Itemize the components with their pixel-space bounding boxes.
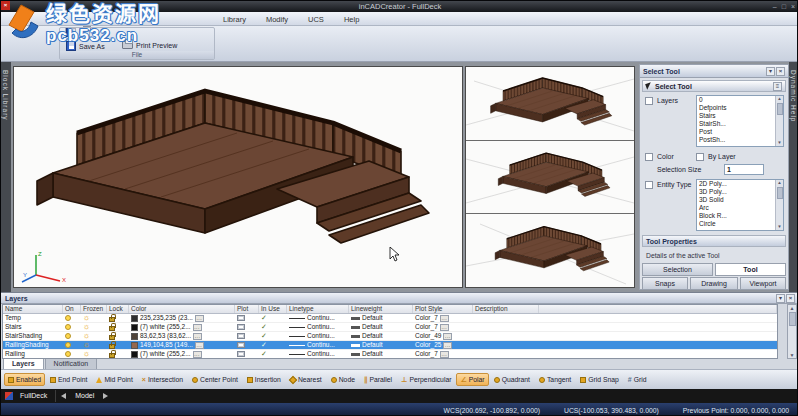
layers-filter-checkbox[interactable] bbox=[645, 97, 653, 105]
color-picker-button[interactable]: ... bbox=[193, 333, 202, 340]
layer-lock-icon[interactable] bbox=[109, 317, 115, 322]
thumbnail-view-2[interactable] bbox=[466, 141, 634, 215]
save-as-button[interactable]: Save As bbox=[66, 41, 105, 51]
ribbon-tab-help[interactable]: Help bbox=[336, 13, 367, 25]
snap-intersection[interactable]: Intersection bbox=[138, 373, 187, 386]
ribbon-tab-ucs[interactable]: UCS bbox=[300, 13, 332, 25]
table-row-selected[interactable]: RailingShading 149,104,85 (149...... Con… bbox=[3, 341, 777, 350]
color-picker-button[interactable]: ... bbox=[193, 324, 202, 331]
color-picker-button[interactable]: ... bbox=[195, 315, 204, 322]
selection-size-input[interactable]: 1 bbox=[724, 164, 764, 175]
color-picker-button[interactable]: ... bbox=[195, 342, 204, 349]
snap-grid-snap[interactable]: Grid Snap bbox=[576, 373, 623, 386]
snap-quadrant[interactable]: Quadrant bbox=[490, 373, 534, 386]
entity-type-listbox[interactable]: 2D Poly... 3D Poly... 3D Solid Arc Block… bbox=[696, 179, 784, 231]
layer-freeze-icon[interactable] bbox=[83, 323, 90, 331]
list-item[interactable]: Stairs bbox=[697, 112, 783, 120]
color-picker-button[interactable]: ... bbox=[193, 351, 202, 358]
document-tab-fulldeck[interactable]: FullDeck bbox=[18, 390, 56, 402]
by-layer-checkbox[interactable] bbox=[696, 153, 704, 161]
list-item[interactable]: Arc bbox=[697, 204, 783, 212]
next-model-icon[interactable] bbox=[103, 393, 108, 399]
snap-mid-point[interactable]: Mid Point bbox=[92, 373, 136, 386]
layer-lock-icon[interactable] bbox=[109, 344, 115, 349]
layer-freeze-icon[interactable] bbox=[83, 350, 90, 358]
list-item[interactable]: 3D Poly... bbox=[697, 188, 783, 196]
color-swatch[interactable] bbox=[131, 315, 138, 322]
snap-parallel[interactable]: Parallel bbox=[360, 373, 396, 386]
layer-on-icon[interactable] bbox=[65, 315, 71, 321]
maximize-icon[interactable]: □ bbox=[782, 2, 786, 11]
table-row[interactable]: Stairs (7) white (255,2...... Continu...… bbox=[3, 323, 777, 332]
plot-icon[interactable] bbox=[237, 333, 245, 339]
layer-lock-icon[interactable] bbox=[109, 326, 115, 331]
layers-filter-listbox[interactable]: 0 Defpoints Stairs StairSh... Post PostS… bbox=[696, 95, 784, 147]
color-swatch[interactable] bbox=[131, 342, 138, 349]
layer-freeze-icon[interactable] bbox=[83, 314, 90, 322]
plot-icon[interactable] bbox=[237, 324, 245, 330]
thumbnail-view-1[interactable] bbox=[466, 67, 634, 141]
panel-pin-icon[interactable]: ▾ bbox=[766, 67, 775, 76]
list-item[interactable]: Circle bbox=[697, 220, 783, 228]
snap-polar[interactable]: Polar bbox=[456, 373, 488, 386]
tab-selection[interactable]: Selection bbox=[642, 263, 713, 276]
color-swatch[interactable] bbox=[131, 351, 138, 358]
layers-pin-icon[interactable]: ▾ bbox=[776, 294, 785, 303]
layer-on-icon[interactable] bbox=[65, 324, 71, 330]
tab-snaps[interactable]: Snaps bbox=[642, 277, 688, 290]
table-row[interactable]: StairShading 83,62,53 (83,62...... Conti… bbox=[3, 332, 777, 341]
prev-model-icon[interactable] bbox=[61, 393, 66, 399]
layer-lock-icon[interactable] bbox=[109, 353, 115, 358]
table-scrollbar[interactable]: ▲▼ bbox=[787, 304, 797, 359]
dock-tab-dynamic-help[interactable]: Dynamic Help bbox=[789, 62, 798, 292]
plot-style-button[interactable]: ... bbox=[440, 315, 449, 322]
listbox-scrollbar[interactable]: ▲▼ bbox=[775, 180, 783, 230]
layers-close-icon[interactable]: × bbox=[786, 294, 795, 303]
list-item[interactable]: Post bbox=[697, 128, 783, 136]
layer-lock-icon[interactable] bbox=[109, 335, 115, 340]
snap-center-point[interactable]: Center Point bbox=[188, 373, 242, 386]
snap-nearest[interactable]: Nearest bbox=[286, 373, 326, 386]
layer-on-icon[interactable] bbox=[65, 351, 71, 357]
plot-icon[interactable] bbox=[237, 342, 245, 348]
thumbnail-view-3[interactable] bbox=[466, 214, 634, 287]
snap-node[interactable]: Node bbox=[327, 373, 359, 386]
plot-style-button[interactable]: ... bbox=[443, 342, 452, 349]
snap-enabled[interactable]: Enabled bbox=[4, 373, 45, 386]
print-preview-button[interactable]: Print Preview bbox=[122, 41, 177, 49]
table-row[interactable]: Railing (7) white (255,2...... Continu..… bbox=[3, 350, 777, 359]
table-row[interactable]: Temp 235,235,235 (23...... Continu... De… bbox=[3, 314, 777, 323]
dock-tab-block-library[interactable]: Block Library bbox=[1, 62, 11, 292]
list-item[interactable]: Block R... bbox=[697, 212, 783, 220]
model-tab[interactable]: Model bbox=[71, 390, 98, 402]
ribbon-tab-library[interactable]: Library bbox=[215, 13, 254, 25]
layer-freeze-icon[interactable] bbox=[83, 332, 90, 340]
list-item[interactable]: 2D Poly... bbox=[697, 180, 783, 188]
tab-tool[interactable]: Tool bbox=[715, 263, 786, 276]
panel-close-icon[interactable]: × bbox=[776, 67, 785, 76]
list-item[interactable]: Defpoints bbox=[697, 104, 783, 112]
snap-grid[interactable]: Grid bbox=[624, 373, 651, 386]
list-item[interactable]: StairSh... bbox=[697, 120, 783, 128]
list-item[interactable]: 0 bbox=[697, 96, 783, 104]
layer-on-icon[interactable] bbox=[65, 342, 71, 348]
snap-end-point[interactable]: End Point bbox=[46, 373, 91, 386]
listbox-scrollbar[interactable]: ▲▼ bbox=[775, 96, 783, 146]
list-item[interactable]: PostSh... bbox=[697, 136, 783, 144]
plot-icon[interactable] bbox=[237, 351, 245, 357]
color-swatch[interactable] bbox=[131, 324, 138, 331]
snap-tangent[interactable]: Tangent bbox=[535, 373, 575, 386]
plot-style-button[interactable]: ... bbox=[440, 351, 449, 358]
entity-type-checkbox[interactable] bbox=[645, 181, 653, 189]
list-item[interactable]: 3D Solid bbox=[697, 196, 783, 204]
layer-freeze-icon[interactable] bbox=[83, 341, 90, 349]
plot-style-button[interactable]: ... bbox=[443, 333, 452, 340]
tab-viewport[interactable]: Viewport bbox=[740, 277, 786, 290]
color-filter-checkbox[interactable] bbox=[645, 153, 653, 161]
tab-drawing[interactable]: Drawing bbox=[690, 277, 738, 290]
close-icon[interactable]: × bbox=[791, 2, 795, 11]
section-menu-icon[interactable]: ≡ bbox=[773, 82, 782, 91]
snap-insertion[interactable]: Insertion bbox=[243, 373, 285, 386]
snap-perpendicular[interactable]: Perpendicular bbox=[397, 373, 455, 386]
layer-on-icon[interactable] bbox=[65, 333, 71, 339]
